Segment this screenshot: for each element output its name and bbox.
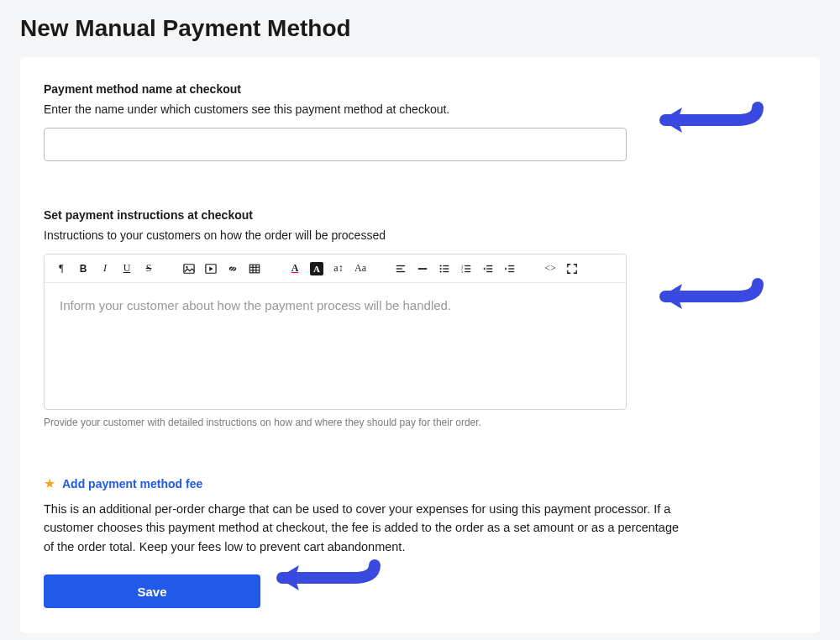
instructions-label: Set payment instructions at checkout <box>44 208 796 222</box>
underline-icon[interactable]: U <box>117 259 137 279</box>
payment-name-label: Payment method name at checkout <box>44 82 796 96</box>
image-icon[interactable] <box>179 259 199 279</box>
fullscreen-icon[interactable] <box>562 259 582 279</box>
italic-icon[interactable]: I <box>95 259 115 279</box>
hr-icon[interactable] <box>412 259 433 279</box>
bold-icon[interactable]: B <box>73 259 93 279</box>
instructions-textarea[interactable]: Inform your customer about how the payme… <box>45 283 626 409</box>
svg-point-12 <box>440 265 442 266</box>
svg-rect-3 <box>249 265 259 273</box>
text-color-icon[interactable]: A <box>285 259 305 279</box>
outdent-icon[interactable] <box>478 259 498 279</box>
bg-color-icon[interactable]: A <box>307 259 327 279</box>
form-card: Payment method name at checkout Enter th… <box>20 57 820 633</box>
code-view-icon[interactable]: <> <box>540 259 560 279</box>
save-button[interactable]: Save <box>44 574 260 608</box>
editor-toolbar: ¶ B I U S A A <box>45 254 626 283</box>
page-title: New Manual Payment Method <box>0 0 840 57</box>
line-height-icon[interactable]: a↕ <box>328 259 349 279</box>
strikethrough-icon[interactable]: S <box>139 259 159 279</box>
bullet-list-icon[interactable] <box>434 259 454 279</box>
svg-point-1 <box>186 266 187 268</box>
video-icon[interactable] <box>201 259 221 279</box>
payment-name-input[interactable] <box>44 128 627 161</box>
svg-point-16 <box>440 270 442 272</box>
indent-icon[interactable] <box>500 259 520 279</box>
align-icon[interactable] <box>391 259 411 279</box>
star-icon: ★ <box>44 475 55 491</box>
add-fee-link[interactable]: Add payment method fee <box>62 477 202 490</box>
paragraph-icon[interactable]: ¶ <box>51 259 71 279</box>
text-size-icon[interactable]: Aa <box>350 259 370 279</box>
link-icon[interactable] <box>223 259 243 279</box>
instructions-footnote: Provide your customer with detailed inst… <box>44 417 627 428</box>
svg-text:3: 3 <box>461 269 464 273</box>
ordered-list-icon[interactable]: 123 <box>456 259 476 279</box>
instructions-help: Instructions to your customers on how th… <box>44 228 796 242</box>
table-icon[interactable] <box>244 259 265 279</box>
payment-name-help: Enter the name under which customers see… <box>44 102 796 116</box>
svg-point-14 <box>440 267 442 269</box>
fee-description: This is an additional per-order charge t… <box>44 500 682 556</box>
rich-text-editor: ¶ B I U S A A <box>44 254 627 410</box>
